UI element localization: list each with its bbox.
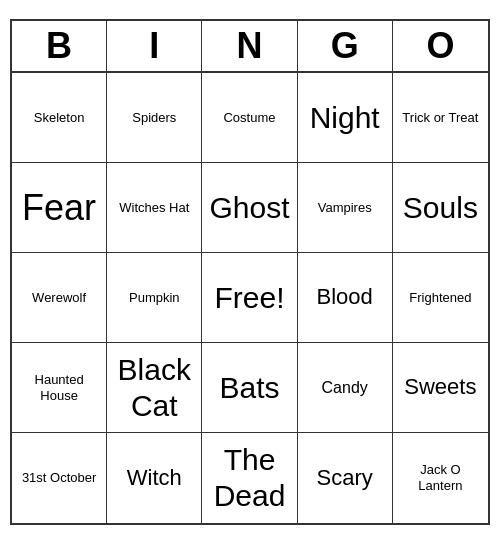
cell-19: Sweets (393, 343, 488, 433)
cell-text-19: Sweets (404, 374, 476, 400)
cell-text-24: Jack O Lantern (397, 462, 484, 493)
cell-22: The Dead (202, 433, 297, 523)
bingo-card: BINGO SkeletonSpidersCostumeNightTrick o… (10, 19, 490, 525)
cell-14: Frightened (393, 253, 488, 343)
cell-4: Trick or Treat (393, 73, 488, 163)
cell-text-11: Pumpkin (129, 290, 180, 306)
cell-text-1: Spiders (132, 110, 176, 126)
cell-17: Bats (202, 343, 297, 433)
header-letter-g: G (298, 21, 393, 71)
cell-5: Fear (12, 163, 107, 253)
header-letter-n: N (202, 21, 297, 71)
cell-text-15: Haunted House (16, 372, 102, 403)
cell-20: 31st October (12, 433, 107, 523)
cell-9: Souls (393, 163, 488, 253)
cell-2: Costume (202, 73, 297, 163)
cell-text-10: Werewolf (32, 290, 86, 306)
cell-21: Witch (107, 433, 202, 523)
cell-10: Werewolf (12, 253, 107, 343)
cell-text-20: 31st October (22, 470, 96, 486)
cell-13: Blood (298, 253, 393, 343)
cell-12: Free! (202, 253, 297, 343)
cell-text-22: The Dead (206, 442, 292, 514)
cell-7: Ghost (202, 163, 297, 253)
cell-text-3: Night (310, 100, 380, 136)
cell-text-8: Vampires (318, 200, 372, 216)
cell-text-16: Black Cat (111, 352, 197, 424)
cell-text-23: Scary (317, 465, 373, 491)
cell-23: Scary (298, 433, 393, 523)
cell-text-4: Trick or Treat (402, 110, 478, 126)
header-letter-i: I (107, 21, 202, 71)
cell-text-9: Souls (403, 190, 478, 226)
cell-text-12: Free! (214, 280, 284, 316)
cell-text-17: Bats (219, 370, 279, 406)
cell-text-0: Skeleton (34, 110, 85, 126)
cell-6: Witches Hat (107, 163, 202, 253)
cell-text-14: Frightened (409, 290, 471, 306)
cell-15: Haunted House (12, 343, 107, 433)
cell-11: Pumpkin (107, 253, 202, 343)
cell-3: Night (298, 73, 393, 163)
cell-24: Jack O Lantern (393, 433, 488, 523)
cell-text-5: Fear (22, 186, 96, 229)
cell-text-7: Ghost (209, 190, 289, 226)
header-letter-o: O (393, 21, 488, 71)
cell-18: Candy (298, 343, 393, 433)
cell-text-2: Costume (223, 110, 275, 126)
cell-1: Spiders (107, 73, 202, 163)
bingo-header: BINGO (12, 21, 488, 73)
cell-text-13: Blood (317, 284, 373, 310)
cell-text-21: Witch (127, 465, 182, 491)
header-letter-b: B (12, 21, 107, 71)
cell-16: Black Cat (107, 343, 202, 433)
cell-0: Skeleton (12, 73, 107, 163)
cell-text-18: Candy (322, 378, 368, 397)
cell-8: Vampires (298, 163, 393, 253)
bingo-grid: SkeletonSpidersCostumeNightTrick or Trea… (12, 73, 488, 523)
cell-text-6: Witches Hat (119, 200, 189, 216)
